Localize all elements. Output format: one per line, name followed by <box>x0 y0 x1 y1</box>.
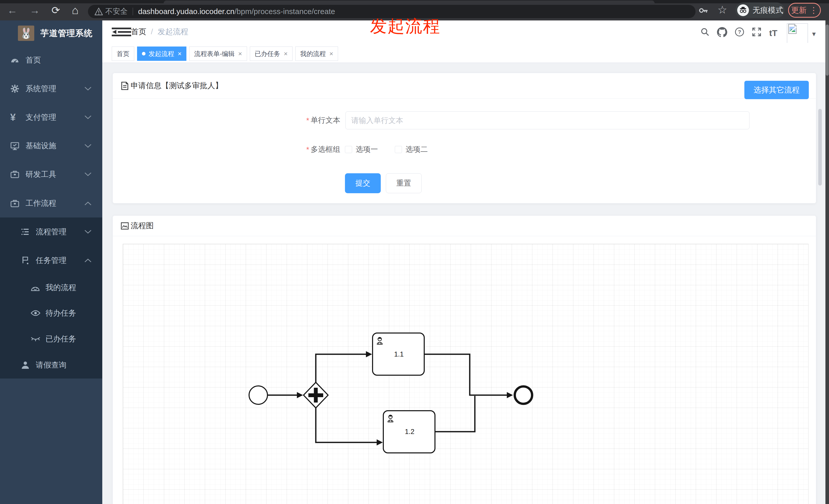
font-size-icon[interactable]: tT <box>769 28 777 38</box>
search-icon[interactable] <box>700 27 710 37</box>
svg-text:1.2: 1.2 <box>405 428 414 435</box>
avatar[interactable] <box>787 23 808 43</box>
bpmn-diagram: 1.1 1.2 <box>123 244 809 504</box>
incognito-icon <box>737 4 749 16</box>
bpmn-user-task-1-2[interactable]: 1.2 <box>383 411 435 453</box>
url-domain: dashboard.yudao.iocoder.cn <box>138 7 235 16</box>
apply-info-title: 申请信息【测试多审批人】 <box>131 80 223 91</box>
app-logo: 🐰 <box>18 26 34 41</box>
checkbox-option-1-label[interactable]: 选项一 <box>356 144 378 155</box>
sidebar-item-infrastructure[interactable]: 基础设施 <box>0 131 102 160</box>
chevron-down-icon <box>84 115 92 119</box>
chevron-up-icon <box>84 259 92 263</box>
document-icon <box>121 82 129 90</box>
browser-scrollbar[interactable] <box>825 21 829 504</box>
chevron-down-icon <box>84 230 92 234</box>
picture-icon <box>121 222 129 230</box>
person-icon <box>21 361 30 370</box>
dashboard-icon <box>10 56 20 65</box>
text-field-label: * 单行文本 <box>256 111 340 129</box>
broken-image-icon <box>787 24 798 34</box>
face-icon <box>31 284 40 292</box>
yen-icon: ¥ <box>10 112 15 123</box>
screenshot-root: ← → ⟳ ⌂ 不安全 dashboard.yudao.iocoder.cn/b… <box>0 0 829 504</box>
tag-my-process[interactable]: 我的流程× <box>295 46 338 61</box>
sidebar-item-payment[interactable]: ¥ 支付管理 <box>0 103 102 131</box>
close-icon[interactable]: × <box>329 50 333 57</box>
sidebar-collapse-icon[interactable] <box>112 28 131 37</box>
monitor-icon <box>10 141 20 151</box>
apply-info-card: 申请信息【测试多审批人】 选择其它流程 * 单行文本 * 多选框组 选项一 选项… <box>112 73 816 203</box>
bpmn-end-event[interactable] <box>515 386 532 404</box>
tag-done-tasks[interactable]: 已办任务× <box>250 46 292 61</box>
browser-active-tab[interactable] <box>164 1 655 3</box>
sidebar-item-leave-query[interactable]: 请假查询 <box>0 352 102 378</box>
breadcrumb-current: 发起流程 <box>157 27 188 37</box>
sidebar-item-my-process[interactable]: 我的流程 <box>0 275 102 300</box>
incognito-label: 无痕模式 <box>753 5 783 15</box>
bookmark-star-icon[interactable]: ☆ <box>718 4 727 16</box>
sidebar-item-todo-tasks[interactable]: 待办任务 <box>0 300 102 326</box>
tag-form-edit[interactable]: 流程表单-编辑× <box>189 46 247 61</box>
active-dot <box>142 52 145 55</box>
sidebar-item-system[interactable]: 系统管理 <box>0 74 102 103</box>
toolbox-icon <box>10 170 20 179</box>
required-mark: * <box>307 116 309 125</box>
bpmn-canvas[interactable]: 1.1 1.2 <box>123 244 808 504</box>
checkbox-option-2-label[interactable]: 选项二 <box>405 144 428 155</box>
browser-menu-kebab-icon[interactable]: ⋮ <box>809 5 818 15</box>
browser-reload-icon[interactable]: ⟳ <box>49 5 62 16</box>
process-diagram-card-header: 流程图 <box>113 216 816 236</box>
checkbox-option-2[interactable] <box>395 146 402 153</box>
main-area: 首页 / 发起流程 ? tT ▾ 首页 <box>102 21 825 504</box>
chevron-up-icon <box>84 201 92 205</box>
browser-home-icon[interactable]: ⌂ <box>69 5 82 16</box>
browser-update-button[interactable]: 更新 ⋮ <box>788 3 821 17</box>
tags-view-bar: 首页 发起流程× 流程表单-编辑× 已办任务× 我的流程× <box>102 43 825 63</box>
tag-create-process[interactable]: 发起流程× <box>137 46 186 61</box>
browser-forward-icon[interactable]: → <box>28 5 41 16</box>
svg-text:1.1: 1.1 <box>394 350 404 358</box>
single-line-text-input[interactable] <box>346 111 750 129</box>
sidebar-item-dev-tools[interactable]: 研发工具 <box>0 160 102 189</box>
select-other-process-button[interactable]: 选择其它流程 <box>744 81 809 99</box>
fullscreen-icon[interactable] <box>752 27 761 37</box>
sidebar-item-workflow[interactable]: 工作流程 <box>0 189 102 218</box>
svg-text:?: ? <box>738 29 741 35</box>
sidebar: 🐰 芋道管理系统 首页 系统管理 ¥ 支付管理 基础设施 研发工具 <box>0 21 102 504</box>
browser-scrollbar-thumb[interactable] <box>826 25 829 76</box>
sidebar-item-task-mgmt[interactable]: 任务管理 <box>0 246 102 275</box>
caret-down-icon[interactable]: ▾ <box>812 30 816 38</box>
breadcrumb: 首页 / 发起流程 <box>131 21 188 43</box>
checkbox-group-label: * 多选框组 <box>256 141 340 158</box>
sidebar-item-done-tasks[interactable]: 已办任务 <box>0 326 102 352</box>
sidebar-item-home[interactable]: 首页 <box>0 46 102 74</box>
bpmn-parallel-gateway[interactable] <box>303 382 328 408</box>
close-icon[interactable]: × <box>178 50 182 57</box>
breadcrumb-home[interactable]: 首页 <box>131 27 146 37</box>
process-diagram-title: 流程图 <box>131 221 154 231</box>
help-icon[interactable]: ? <box>735 27 744 37</box>
bpmn-user-task-1-1[interactable]: 1.1 <box>372 333 424 375</box>
bpmn-start-event[interactable] <box>249 386 267 404</box>
github-icon[interactable] <box>717 27 727 37</box>
checkbox-group: 选项一 选项二 <box>345 141 445 158</box>
incognito-badge: 无痕模式 <box>735 3 785 18</box>
password-key-icon[interactable] <box>698 6 709 16</box>
apply-info-card-header: 申请信息【测试多审批人】 <box>113 73 816 99</box>
app-title: 芋道管理系统 <box>40 28 93 39</box>
reset-button[interactable]: 重置 <box>386 173 422 193</box>
gear-icon <box>10 84 20 93</box>
sidebar-logo-row[interactable]: 🐰 芋道管理系统 <box>0 23 102 44</box>
eye-open-icon <box>31 310 40 316</box>
breadcrumb-separator: / <box>151 27 153 36</box>
submit-button[interactable]: 提交 <box>345 173 381 193</box>
url-divider <box>133 8 133 15</box>
close-icon[interactable]: × <box>284 50 288 57</box>
browser-back-icon[interactable]: ← <box>6 5 19 16</box>
tag-home[interactable]: 首页 <box>112 46 134 61</box>
checkbox-option-1[interactable] <box>345 146 352 153</box>
close-icon[interactable]: × <box>238 50 242 57</box>
content-scrollbar-thumb[interactable] <box>818 109 822 186</box>
sidebar-item-process-mgmt[interactable]: 流程管理 <box>0 218 102 246</box>
